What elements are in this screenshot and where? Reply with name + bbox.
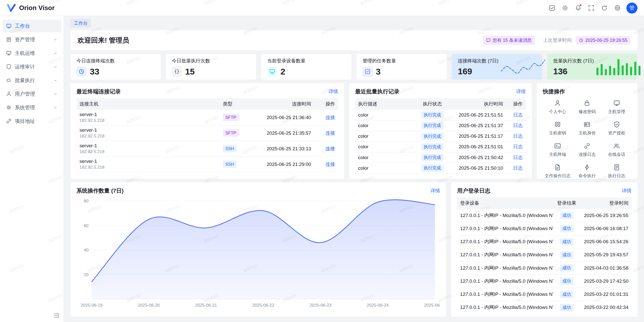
login-time: 2025-04-03 01:36:58 xyxy=(580,262,631,275)
sidebar-item-system[interactable]: 系统管理 xyxy=(3,101,61,114)
quick-action[interactable]: 主机终端 xyxy=(543,142,572,157)
quick-action-label: 修改密码 xyxy=(579,109,596,115)
status-badge: 执行完成 xyxy=(421,143,444,151)
apps-button[interactable] xyxy=(546,3,557,14)
stat-value: 169 xyxy=(458,66,499,76)
stat-value: 2 xyxy=(280,67,285,77)
connect-link[interactable]: 连接 xyxy=(326,130,335,136)
login-result-badge: 成功 xyxy=(560,304,574,311)
batch-trend-bars xyxy=(596,58,640,75)
executions-detail-link[interactable]: 详情 xyxy=(516,88,526,95)
login-time: 2025-06-06 16:08:17 xyxy=(580,222,631,235)
quick-action[interactable]: 修改密码 xyxy=(572,100,602,115)
login-logs-detail-link[interactable]: 详情 xyxy=(622,188,631,194)
trend-card-terminal-7d: 连接终端次数 (7日) 169 xyxy=(452,54,542,80)
table-row: color 执行完成 2025-06-25 21:51:51 日志 xyxy=(355,110,526,120)
connections-detail-link[interactable]: 详情 xyxy=(329,88,338,95)
log-link[interactable]: 日志 xyxy=(513,155,523,160)
sidebar-item-audit[interactable]: 运维审计 xyxy=(3,60,61,73)
connect-link[interactable]: 连接 xyxy=(326,162,335,167)
sidebar-item-batch[interactable]: 批量执行 xyxy=(3,74,61,87)
fullscreen-button[interactable] xyxy=(586,3,597,14)
unread-messages-badge[interactable]: 您有 15 条未读消息 xyxy=(483,36,535,45)
host-ip: 182.92.5.218 xyxy=(79,118,217,123)
sun-icon xyxy=(562,5,568,11)
login-device: 127.0.0.1 - 内网IP - Mozilla/5.0 (Windows … xyxy=(457,248,553,261)
panel-title: 系统操作数量 (7日) xyxy=(76,187,124,195)
quick-action[interactable]: 文件操作日志 xyxy=(543,164,572,179)
quick-action-label: 命令执行 xyxy=(579,173,596,179)
quick-action-label: 在线会话 xyxy=(608,152,625,157)
log-link[interactable]: 日志 xyxy=(513,165,523,171)
column-header: 执行描述 xyxy=(355,98,414,110)
table-row: 127.0.0.1 - 内网IP - Mozilla/5.0 (Windows … xyxy=(457,262,631,275)
login-result-badge: 成功 xyxy=(560,212,574,219)
quick-action[interactable]: 执行日志 xyxy=(602,164,631,179)
quick-action[interactable]: 主机身份 xyxy=(572,121,602,136)
login-logs-panel: 用户登录日志 详情 登录设备 登录结果 登录时间 127.0.0.1 - 内网I… xyxy=(451,182,637,317)
last-login-label: 上次登录时间 xyxy=(543,37,572,44)
system-ops-detail-link[interactable]: 详情 xyxy=(430,188,440,194)
sidebar-item-user[interactable]: 用户管理 xyxy=(3,88,61,100)
refresh-button[interactable] xyxy=(599,3,610,14)
table-row: server-1 182.92.5.218 SSH 2025-06-25 21:… xyxy=(76,141,338,157)
table-row: color 执行完成 2025-06-25 21:50:42 日志 xyxy=(355,152,526,163)
notifications-button[interactable] xyxy=(573,3,584,14)
table-row: 127.0.0.1 - 内网IP - Mozilla/5.0 (Windows … xyxy=(457,248,631,261)
avatar[interactable]: 管 xyxy=(626,3,637,14)
connect-link[interactable]: 连接 xyxy=(326,146,335,151)
stats-row: 今日连接终端次数 33 今日批量执行次数 15 当前登录设备数量 2 xyxy=(70,54,637,80)
link-icon xyxy=(6,118,12,124)
status-badge: 执行完成 xyxy=(421,164,444,172)
quick-action[interactable]: 在线会话 xyxy=(602,142,631,157)
log-link[interactable]: 日志 xyxy=(513,123,523,128)
profile-icon xyxy=(554,100,561,106)
collapse-sidebar-button[interactable] xyxy=(53,312,60,319)
quick-action-label: 主机密钥 xyxy=(549,130,566,136)
login-time: 2025-03-21 23:53:43 xyxy=(580,314,631,317)
quick-action[interactable]: 个人中心 xyxy=(543,100,572,115)
stat-card-login-devices: 当前登录设备数量 2 xyxy=(261,54,351,80)
breadcrumb-item-workbench[interactable]: 工作台 xyxy=(70,19,91,28)
message-icon xyxy=(486,38,491,43)
panel-title: 最近终端连接记录 xyxy=(76,88,121,95)
table-row: color 执行完成 2025-06-25 21:51:17 日志 xyxy=(355,131,526,141)
log-link[interactable]: 日志 xyxy=(513,112,523,118)
svg-text:2025-06-21: 2025-06-21 xyxy=(195,303,217,308)
host-name: server-1 xyxy=(79,112,217,117)
host-name: server-1 xyxy=(79,159,217,164)
host-ip: 182.92.5.218 xyxy=(79,134,217,139)
login-time: 2025-06-06 15:54:26 xyxy=(580,235,631,248)
execution-description: color xyxy=(355,152,414,163)
login-result-badge: 成功 xyxy=(560,277,574,285)
login-time: 2025-03-22 01:01:31 xyxy=(580,288,631,301)
login-device: 127.0.0.1 - 内网IP - Mozilla/5.0 (Windows … xyxy=(457,222,553,235)
connect-link[interactable]: 连接 xyxy=(326,115,335,120)
log-link[interactable]: 日志 xyxy=(513,133,523,139)
system-ops-chart: 806040202025-06-192025-06-202025-06-2120… xyxy=(76,197,440,310)
gear-icon xyxy=(614,5,621,11)
settings-button[interactable] xyxy=(612,3,623,14)
panel-title: 用户登录日志 xyxy=(457,187,490,195)
type-badge: SFTP xyxy=(223,129,239,137)
quick-action[interactable]: 命令执行 xyxy=(572,164,602,179)
column-header: 登录结果 xyxy=(553,197,580,209)
table-row: color 执行完成 2025-06-25 21:51:37 日志 xyxy=(355,120,526,131)
sidebar-item-asset[interactable]: 资产管理 xyxy=(3,33,61,46)
quick-action[interactable]: 主机管理 xyxy=(602,100,631,115)
sidebar-item-workbench[interactable]: 工作台 xyxy=(3,20,61,32)
sidebar-item-label: 运维审计 xyxy=(15,63,50,70)
stat-title: 当前登录设备数量 xyxy=(267,58,345,64)
sidebar-item-link[interactable]: 项目地址 xyxy=(3,115,61,127)
sidebar-item-host-ops[interactable]: 主机运维 xyxy=(3,47,61,59)
sidebar-item-label: 批量执行 xyxy=(15,77,50,84)
refresh-icon xyxy=(601,5,608,11)
log-link[interactable]: 日志 xyxy=(513,144,523,149)
quick-action[interactable]: 连接日志 xyxy=(572,142,602,157)
quick-action[interactable]: 主机密钥 xyxy=(543,121,572,136)
login-time: 2025-05-29 19:43:57 xyxy=(580,248,631,261)
quick-action[interactable]: 资产授权 xyxy=(602,121,631,136)
execution-description: color xyxy=(355,131,414,141)
theme-toggle-button[interactable] xyxy=(559,3,571,14)
login-result-badge: 成功 xyxy=(560,264,574,272)
